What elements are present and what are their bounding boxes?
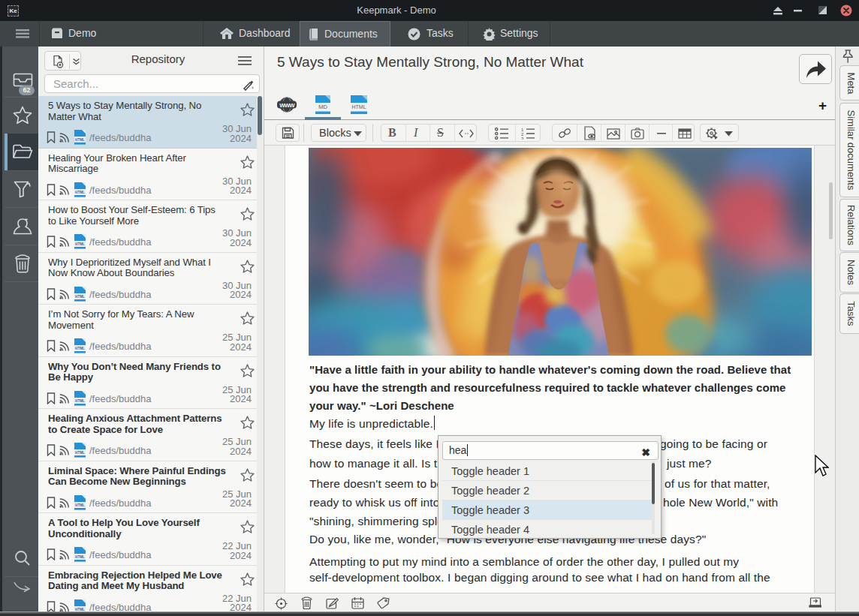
svg-text:HTML: HTML [75, 138, 85, 142]
svg-text:HTML: HTML [351, 104, 366, 110]
svg-text:MD: MD [318, 104, 327, 110]
svg-text:WWW: WWW [279, 102, 295, 109]
svg-text:HTML: HTML [75, 451, 85, 455]
svg-text:HTML: HTML [75, 608, 85, 611]
svg-text:HTML: HTML [75, 191, 85, 194]
svg-text:HTML: HTML [75, 295, 85, 299]
svg-text:HTML: HTML [75, 503, 85, 507]
svg-text:HTML: HTML [75, 555, 85, 559]
svg-text:HTML: HTML [75, 242, 85, 246]
svg-text:3: 3 [521, 137, 524, 140]
svg-text:HTML: HTML [75, 399, 85, 403]
svg-text:HTML: HTML [75, 347, 85, 350]
